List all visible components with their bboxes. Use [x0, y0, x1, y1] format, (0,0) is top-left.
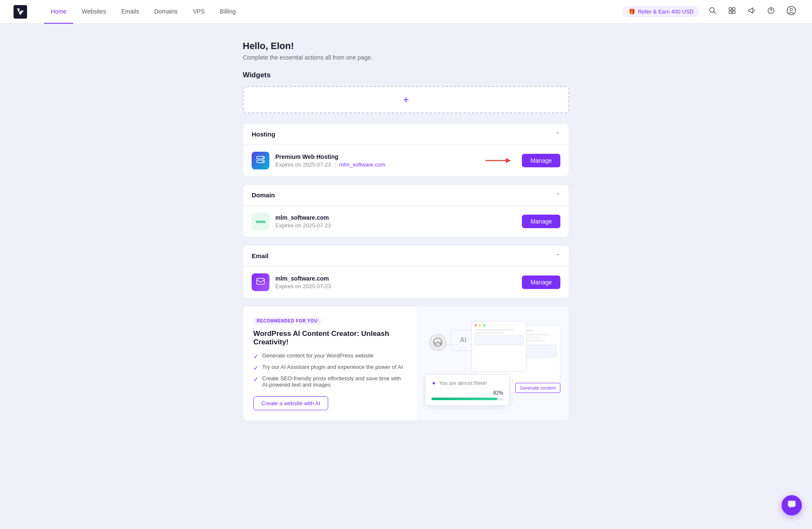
help-icon [767, 7, 775, 16]
nav-domains[interactable]: Domains [148, 0, 184, 24]
search-icon [709, 7, 716, 16]
refer-earn-button[interactable]: 🎁 Refer & Earn 400 USD [623, 6, 700, 17]
domain-section-header[interactable]: Domain ⌃ [243, 185, 569, 205]
svg-rect-3 [732, 8, 735, 10]
feature-text-1: Generate content for your WordPress webs… [262, 352, 374, 359]
check-icon-1: ✓ [253, 353, 259, 360]
hosting-section-card: Hosting ⌃ Premium Web Hosting Expires on… [243, 123, 569, 177]
svg-point-12 [263, 157, 264, 158]
svg-point-18 [437, 341, 439, 343]
feature-list: ✓ Generate content for your WordPress we… [253, 352, 406, 388]
domain-section-card: Domain ⌃ www mlm_software.com Expires on… [243, 184, 569, 237]
email-manage-button[interactable]: Manage [522, 275, 560, 289]
email-service-row: mlm_software.com Expires on 2025-07-23 M… [243, 267, 569, 298]
grid-button[interactable] [726, 4, 738, 19]
svg-rect-4 [729, 11, 732, 14]
feature-text-3: Create SEO-friendly posts effortlessly a… [262, 375, 406, 388]
hosting-service-name: Premium Web Hosting [275, 153, 480, 160]
nav-emails[interactable]: Emails [115, 0, 146, 24]
preview-card-header: ✦ You are almost there! [431, 380, 503, 387]
grid-icon [728, 7, 736, 16]
page-subtitle: Complete the essential actions all from … [243, 54, 569, 61]
hosting-service-info: Premium Web Hosting Expires on 2025-07-2… [275, 153, 480, 168]
svg-rect-16 [257, 278, 264, 284]
hosting-section-header[interactable]: Hosting ⌃ [243, 124, 569, 145]
megaphone-icon [748, 7, 755, 16]
recommended-card: RECOMMENDED FOR YOU WordPress AI Content… [243, 306, 569, 421]
hosting-service-icon [252, 152, 269, 169]
hosting-section-title: Hosting [252, 131, 275, 138]
user-icon [787, 6, 796, 17]
domain-manage-button[interactable]: Manage [522, 215, 560, 228]
logo[interactable] [14, 5, 27, 19]
email-section-header[interactable]: Email ⌃ [243, 245, 569, 266]
recommended-title: WordPress AI Content Creator: Unleash Cr… [253, 330, 406, 346]
feature-text-2: Try our AI Assistant plugin and experien… [262, 364, 403, 370]
hosting-manage-button[interactable]: Manage [522, 154, 560, 167]
server-icon [256, 155, 265, 166]
domain-service-name: mlm_software.com [275, 214, 516, 221]
preview-almost-there: You are almost there! [439, 380, 487, 386]
domain-chevron-icon: ⌃ [555, 192, 560, 199]
feature-item-3: ✓ Create SEO-friendly posts effortlessly… [253, 375, 406, 388]
svg-point-7 [771, 12, 771, 13]
nav-websites[interactable]: Websites [75, 0, 112, 24]
email-section-card: Email ⌃ mlm_software.com Expires on 2025… [243, 245, 569, 298]
add-widget-box[interactable]: + [243, 86, 569, 113]
notifications-button[interactable] [745, 4, 758, 19]
preview-screen-side [472, 321, 527, 372]
chat-bubble-button[interactable] [782, 495, 802, 515]
widgets-title: Widgets [243, 71, 569, 79]
svg-marker-15 [506, 158, 511, 163]
check-icon-2: ✓ [253, 364, 259, 372]
email-section-title: Email [252, 252, 269, 259]
svg-rect-2 [729, 8, 732, 10]
domain-service-meta: Expires on 2025-07-23 [275, 222, 516, 229]
hosting-service-meta: Expires on 2025-07-23 | mlm_software.com [275, 161, 480, 168]
nav-billing[interactable]: Billing [213, 0, 242, 24]
feature-item-2: ✓ Try our AI Assistant plugin and experi… [253, 364, 406, 372]
help-button[interactable] [765, 4, 777, 19]
gift-icon: 🎁 [628, 8, 635, 15]
arrow-indicator [486, 156, 511, 165]
domain-section-title: Domain [252, 191, 275, 199]
email-chevron-icon: ⌃ [555, 253, 560, 259]
svg-point-9 [790, 8, 793, 11]
preview-progress-label: 92% [431, 390, 503, 396]
main-content: Hello, Elon! Complete the essential acti… [233, 24, 579, 445]
svg-rect-26 [788, 501, 796, 507]
email-expires: Expires on 2025-07-23 [275, 283, 331, 289]
profile-button[interactable] [784, 3, 798, 20]
email-service-name: mlm_software.com [275, 275, 516, 282]
recommended-left: RECOMMENDED FOR YOU WordPress AI Content… [243, 306, 417, 420]
email-service-meta: Expires on 2025-07-23 [275, 283, 516, 289]
preview-floating-card: ✦ You are almost there! 92% [425, 374, 510, 406]
navbar: Home Websites Emails Domains VPS Billing… [0, 0, 812, 24]
email-icon [256, 278, 265, 287]
wordpress-icon [429, 334, 446, 351]
hosting-meta-sep: | [335, 161, 336, 168]
preview-generate-button[interactable]: Generate content [515, 383, 560, 393]
recommended-right: AI [417, 306, 569, 420]
sparkle-icon: ✦ [431, 380, 436, 387]
domain-service-info: mlm_software.com Expires on 2025-07-23 [275, 214, 516, 229]
nav-home[interactable]: Home [44, 0, 73, 24]
check-icon-3: ✓ [253, 376, 259, 383]
email-service-icon [252, 273, 269, 291]
ai-preview: AI [425, 321, 560, 406]
create-ai-button[interactable]: Create a website with AI [253, 396, 328, 410]
search-button[interactable] [706, 4, 719, 19]
svg-point-13 [263, 161, 264, 162]
nav-vps[interactable]: VPS [186, 0, 211, 24]
hosting-chevron-icon: ⌃ [555, 131, 560, 138]
domain-expires: Expires on 2025-07-23 [275, 222, 331, 229]
domain-service-row: www mlm_software.com Expires on 2025-07-… [243, 206, 569, 237]
hosting-expires: Expires on 2025-07-23 [275, 161, 331, 168]
preview-progress-bar [431, 398, 503, 400]
hosting-domain-link[interactable]: mlm_software.com [339, 161, 385, 168]
preview-progress-pct: 92% [493, 390, 503, 396]
svg-rect-5 [732, 11, 735, 14]
domain-www-icon: www [252, 213, 269, 230]
nav-links: Home Websites Emails Domains VPS Billing [44, 0, 623, 24]
chat-icon [787, 500, 796, 511]
